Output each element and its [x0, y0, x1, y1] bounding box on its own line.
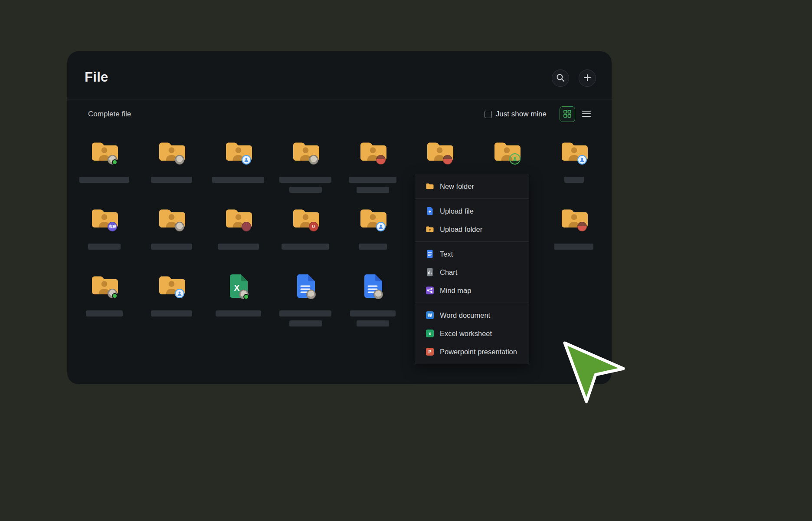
file-item[interactable] [74, 140, 134, 183]
file-name-placeholder [349, 177, 396, 183]
member-avatar [376, 155, 386, 165]
menu-item-label: New folder [440, 182, 474, 191]
file-name-placeholder [282, 244, 329, 250]
member-avatar [443, 155, 452, 165]
member-avatar: LI [309, 222, 318, 231]
file-item[interactable] [208, 140, 268, 183]
file-item[interactable]: LI [275, 207, 336, 250]
file-name-placeholder [88, 244, 121, 250]
file-name-placeholder [86, 310, 123, 317]
file-item[interactable] [141, 274, 202, 317]
file-item[interactable] [544, 140, 604, 183]
online-status-dot [243, 294, 249, 300]
member-avatar [108, 289, 117, 298]
member-avatar [373, 290, 383, 299]
svg-text:W: W [428, 313, 432, 318]
menu-item-excel-worksheet[interactable]: xExcel worksheet [415, 324, 529, 343]
file-name-placeholder [151, 244, 192, 250]
file-name-placeholder [279, 177, 331, 183]
menu-item-text[interactable]: Text [415, 245, 529, 263]
menu-item-label: Upload folder [440, 225, 482, 234]
menu-item-mind-map[interactable]: Mind map [415, 281, 529, 300]
text-file-icon [426, 250, 434, 258]
desktop-background: File Complete file Just show mine [0, 0, 812, 521]
svg-text:X: X [234, 283, 240, 293]
file-item[interactable] [476, 140, 537, 165]
menu-item-label: Word document [440, 311, 490, 320]
menu-section: Upload fileUpload folder [415, 198, 529, 241]
chart-file-icon [426, 268, 434, 277]
member-avatar [242, 155, 251, 165]
menu-item-chart[interactable]: Chart [415, 263, 529, 281]
file-name-placeholder [564, 177, 584, 183]
file-item[interactable] [544, 207, 604, 250]
file-name-placeholder [350, 310, 396, 317]
menu-item-label: Powerpoint presentation [440, 348, 517, 356]
excel-icon: x [426, 329, 434, 338]
file-name-placeholder [279, 310, 331, 317]
menu-item-label: Upload file [440, 207, 474, 215]
ppt-icon: P [426, 347, 434, 356]
member-avatar: 志程 [108, 222, 117, 231]
file-item[interactable] [208, 207, 268, 250]
member-avatar [577, 155, 587, 165]
online-status-dot [112, 159, 118, 165]
menu-item-label: Mind map [440, 287, 471, 295]
file-name-placeholder [212, 177, 264, 183]
mindmap-icon [426, 286, 434, 295]
file-item[interactable] [74, 274, 134, 317]
file-item[interactable]: 志程 [74, 207, 134, 250]
file-item[interactable] [275, 140, 336, 193]
online-status-dot [112, 293, 118, 299]
menu-section: New folder [415, 174, 529, 198]
file-name-placeholder [151, 177, 192, 183]
file-name-placeholder [357, 187, 389, 193]
file-name-placeholder [79, 177, 129, 183]
file-item[interactable] [342, 207, 403, 250]
file-item[interactable] [141, 207, 202, 250]
word-icon: W [426, 311, 434, 320]
member-avatar [309, 155, 318, 165]
file-manager-window: File Complete file Just show mine [67, 51, 612, 384]
svg-text:P: P [428, 349, 431, 354]
file-name-placeholder [289, 320, 322, 326]
file-item[interactable] [409, 140, 470, 165]
file-name-placeholder [357, 320, 389, 326]
file-name-placeholder [218, 244, 259, 250]
menu-item-powerpoint-presentation[interactable]: PPowerpoint presentation [415, 343, 529, 361]
shared-folder-badge [509, 153, 521, 165]
member-avatar [175, 289, 184, 298]
file-item[interactable] [342, 140, 403, 193]
new-folder-icon [426, 182, 434, 191]
menu-item-label: Text [440, 250, 453, 258]
member-avatar [242, 222, 251, 231]
menu-item-label: Excel worksheet [440, 330, 492, 338]
file-name-placeholder [554, 244, 593, 250]
svg-text:x: x [429, 331, 431, 336]
menu-item-new-folder[interactable]: New folder [415, 177, 529, 195]
file-name-placeholder [216, 310, 261, 317]
menu-section: TextChartMind map [415, 241, 529, 303]
file-item[interactable] [342, 274, 403, 326]
file-name-placeholder [151, 310, 192, 317]
member-avatar [239, 290, 249, 299]
member-avatar [306, 290, 316, 299]
menu-section: WWord documentxExcel worksheetPPowerpoin… [415, 303, 529, 364]
member-avatar [175, 222, 184, 231]
menu-item-upload-folder[interactable]: Upload folder [415, 220, 529, 238]
context-menu: New folderUpload fileUpload folderTextCh… [415, 174, 529, 364]
menu-item-label: Chart [440, 268, 457, 277]
file-item[interactable] [141, 140, 202, 183]
member-avatar [577, 222, 587, 231]
file-name-placeholder [359, 244, 387, 250]
cursor-arrow [560, 340, 629, 406]
upload-folder-icon [426, 225, 434, 234]
file-item[interactable] [275, 274, 336, 326]
menu-item-word-document[interactable]: WWord document [415, 306, 529, 324]
file-item[interactable]: X [208, 274, 268, 317]
file-name-placeholder [289, 187, 322, 193]
menu-item-upload-file[interactable]: Upload file [415, 202, 529, 220]
upload-file-icon [426, 207, 434, 215]
member-avatar [376, 222, 386, 231]
file-grid: 志程LIX [67, 51, 612, 384]
